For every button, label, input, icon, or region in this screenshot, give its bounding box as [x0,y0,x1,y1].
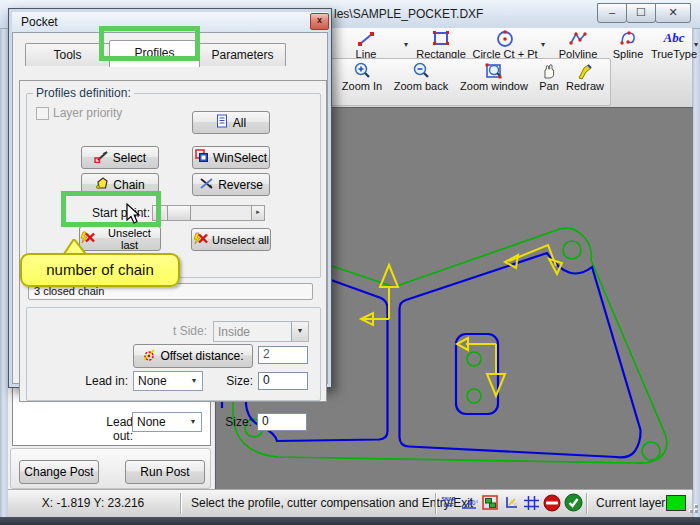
group-title: Profiles definition: [33,86,134,100]
run-post-label: Run Post [140,465,189,479]
toolbar-button-truetype[interactable]: Abc TrueType [649,29,699,60]
angle-label: 90° [468,499,478,506]
close-icon: ✕ [668,6,677,18]
statusbar-divider [586,493,587,514]
toolbar-button-zoom-back[interactable]: Zoom back [390,61,452,92]
lead-in-size-label: Size: [223,374,253,388]
toolbar-label: Zoom back [394,80,448,92]
pocket-close-button[interactable]: x [310,13,329,30]
axes-icon[interactable]: Yx [503,495,520,514]
resize-grip[interactable] [695,510,698,513]
window-border-right [692,0,700,525]
truetype-icon: Abc [649,30,699,48]
maximize-button[interactable]: ☐ [626,3,656,23]
change-post-button[interactable]: Change Post [19,460,99,484]
snap-line2: OFF [440,502,457,508]
winselect-label: WinSelect [213,151,267,165]
ok-check-icon[interactable] [564,493,583,515]
lead-out-size-field[interactable]: 0 [257,413,307,431]
circle-ct-pt-icon [471,30,539,48]
statusbar-message: Select the profile, cutter compensation … [191,496,473,510]
scroll-right-icon[interactable]: ▸ [251,206,264,220]
select-button[interactable]: Select [81,146,159,169]
unselect-all-button[interactable]: Unselect all [191,228,271,251]
toolbar-label: Spline [613,48,644,60]
tab-parameters[interactable]: Parameters [199,43,286,66]
line-endpoints-dropdown[interactable]: ▾ [404,40,408,49]
run-post-button[interactable]: Run Post [125,460,205,484]
truetype-dropdown[interactable]: ▾ [694,40,698,49]
pan-icon [534,62,564,80]
line-endpoints-icon [330,30,402,48]
offset-distance-field[interactable]: 2 [258,346,308,364]
toolbar-button-zoom-window[interactable]: Zoom window [454,61,534,92]
reverse-icon [199,177,214,193]
all-icon [216,114,229,131]
select-icon [94,150,109,166]
lead-in-combo[interactable]: None ▼ [133,371,203,391]
tab-label: Parameters [211,48,273,62]
lead-in-size-field[interactable]: 0 [258,372,308,390]
resize-grip-dot [690,510,693,513]
stop-sign-icon[interactable] [543,494,561,515]
offset-distance-icon [142,348,156,365]
reverse-label: Reverse [218,178,263,192]
chain-label: Chain [113,178,144,192]
lead-out-value: None [133,415,185,429]
toolbar-button-redraw[interactable]: Redraw [562,61,608,92]
toolbar-button-circle-ct-pt[interactable]: Circle Ct + Pt [471,29,539,60]
close-button[interactable]: ✕ [655,3,691,23]
offset-distance-button[interactable]: Offset distance: [133,344,253,368]
toolbar-button-rectangle[interactable]: Rectangle [412,29,470,60]
chevron-down-icon: ▼ [185,413,201,431]
redraw-icon [562,62,608,80]
toolbar-button-spline[interactable]: Spline [606,29,650,60]
application-window: les\SAMPLE_POCKET.DXF – ☐ ✕ Line Endpoin… [0,0,700,525]
entry-exit-arrows [361,245,562,396]
layer-priority-checkbox[interactable] [36,107,49,120]
tab-label: Tools [53,48,81,62]
minimize-button[interactable]: – [597,3,627,23]
reverse-button[interactable]: Reverse [192,173,270,196]
snap-off-icon[interactable]: SNAP OFF [440,496,457,508]
mouse-cursor-icon [126,203,144,227]
offset-distance-label: Offset distance: [160,349,243,363]
unselect-last-annotation [61,191,161,227]
rectangle-icon [412,30,470,48]
layer-color-swatch[interactable] [666,495,686,511]
winselect-button[interactable]: WinSelect [192,146,270,169]
circle-dropdown[interactable]: ▾ [541,40,545,49]
window-border-bottom [0,517,700,525]
pocket-close-icon: x [317,15,322,25]
toolbar-button-zoom-in[interactable]: Zoom In [336,61,388,92]
zoom-in-icon [336,62,388,80]
scroll-track[interactable] [191,206,251,220]
window-border-left [0,0,8,525]
lead-out-label: Lead out: [88,415,133,443]
lead-out-combo[interactable]: None ▼ [132,412,202,432]
toolbar-label: TrueType [651,48,697,60]
grid-icon[interactable] [523,495,540,514]
scroll-thumb[interactable] [167,206,191,220]
tab-tools[interactable]: Tools [25,43,110,66]
start-point-scrollbar[interactable]: ◂ ▸ [152,205,265,221]
side-combo[interactable]: Inside ▼ [213,321,309,342]
toolbar-button-polyline[interactable]: Polyline [551,29,605,60]
all-button[interactable]: All [192,111,270,134]
toolbar-label: Pan [539,80,559,92]
maximize-icon: ☐ [636,6,646,18]
statusbar: X: -1.819 Y: 23.216 Select the profile, … [8,489,692,518]
all-label: All [233,116,246,130]
unselect-all-label: Unselect all [212,234,269,246]
angle-snap-icon[interactable]: 90° [460,495,478,514]
lead-in-label: Lead in: [83,374,128,388]
layer-priority-label: Layer priority [53,106,122,120]
lead-out-size-label: Size: [222,415,252,429]
resize-grip-dot [695,505,698,508]
winselect-icon [195,149,209,166]
side-value: Inside [214,325,291,339]
ortho-mode-icon[interactable] [482,495,499,514]
toolbar-button-pan[interactable]: Pan [534,61,564,92]
minimize-icon: – [609,6,615,18]
statusbar-divider [180,493,181,514]
